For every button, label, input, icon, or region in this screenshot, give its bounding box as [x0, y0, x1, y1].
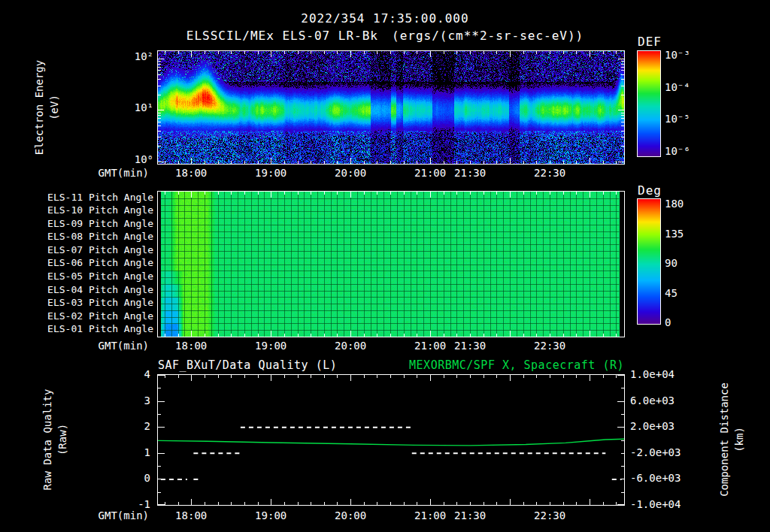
instrument-title: ELSSCIL/MEx ELS-07 LR-Bk [186, 29, 378, 43]
deg-colorbar-title: Deg [638, 183, 662, 198]
colorbar-tick-label: 10⁻⁵ [665, 113, 690, 125]
x-tick-label: 21:00 [414, 509, 446, 521]
x-tick-label: 19:00 [255, 340, 286, 352]
colorbar-tick-label: 180 [665, 198, 684, 210]
colorbar-tick-label: 10⁻³ [665, 49, 690, 61]
quality-y-tick-label: -1 [105, 498, 150, 510]
pitch-row-label: ELS-04 Pitch Angle [26, 284, 153, 295]
colorbar-tick-label: 10⁻⁶ [665, 145, 690, 157]
x-tick-label: 18:00 [175, 509, 207, 521]
quality-y-tick-label: 1 [105, 446, 150, 458]
quality-series-title: SAF_BXuT/Data Quality (L) [158, 358, 337, 372]
pitch-angle-canvas [158, 192, 624, 337]
x-tick-label: 20:00 [335, 167, 366, 179]
spectrogram-display-page: 2022/354 17:35:00.000 ELSSCIL/MEx ELS-07… [0, 0, 770, 532]
energy-spectrogram-frame [157, 50, 625, 165]
y-tick-label: 10¹ [108, 101, 153, 113]
quality-y-axis-label: Raw Data Quality (Raw) [40, 389, 71, 491]
pitch-row-label: ELS-01 Pitch Angle [26, 323, 153, 334]
distance-y-tick-label: 2.0e+03 [630, 420, 675, 432]
gmt-axis-label-top: GMT(min) [75, 167, 149, 179]
x-tick-label: 21:30 [454, 509, 486, 521]
quality-distance-canvas [158, 375, 624, 505]
gmt-axis-label-middle: GMT(min) [75, 340, 149, 352]
colorbar-tick-label: 135 [665, 228, 684, 240]
distance-y-tick-label: -6.0e+03 [630, 472, 681, 484]
x-tick-label: 21:30 [454, 167, 486, 179]
distance-y-tick-label: -1.0e+04 [630, 498, 681, 510]
gmt-axis-label-bottom: GMT(min) [75, 509, 149, 521]
x-tick-label: 20:00 [335, 340, 366, 352]
pitch-row-label: ELS-11 Pitch Angle [26, 192, 153, 203]
x-tick-label: 21:00 [414, 340, 446, 352]
quality-distance-frame [157, 374, 625, 506]
colorbar-tick-label: 90 [665, 257, 678, 269]
pitch-row-label: ELS-05 Pitch Angle [26, 271, 153, 282]
quality-y-tick-label: 0 [105, 472, 150, 484]
def-colorbar-title: DEF [638, 35, 662, 49]
pitch-row-label: ELS-09 Pitch Angle [26, 218, 153, 229]
distance-series-title: MEXORBMC/SPF X, Spacecraft (R) [409, 358, 624, 372]
x-tick-label: 21:30 [454, 340, 486, 352]
colorbar-tick-label: 0 [665, 316, 671, 328]
colorbar-tick-label: 45 [665, 287, 678, 299]
pitch-row-label: ELS-06 Pitch Angle [26, 257, 153, 268]
x-tick-label: 22:30 [534, 167, 565, 179]
distance-y-axis-label: Component Distance (km) [717, 382, 747, 497]
pitch-row-label: ELS-07 Pitch Angle [26, 244, 153, 255]
deg-colorbar-frame [637, 198, 661, 325]
x-tick-label: 22:30 [534, 340, 565, 352]
timestamp-title: 2022/354 17:35:00.000 [0, 11, 770, 26]
def-colorbar-canvas [638, 51, 660, 156]
pitch-angle-frame [157, 191, 625, 337]
energy-spectrogram-canvas [158, 51, 624, 164]
x-tick-label: 22:30 [534, 509, 565, 521]
x-tick-label: 21:00 [414, 167, 446, 179]
y-tick-label: 10² [108, 50, 153, 62]
distance-y-tick-label: -2.0e+03 [630, 446, 681, 458]
quality-y-tick-label: 2 [105, 420, 150, 432]
x-tick-label: 19:00 [255, 167, 286, 179]
pitch-row-label: ELS-03 Pitch Angle [26, 297, 153, 308]
x-tick-label: 20:00 [335, 509, 366, 521]
x-tick-label: 18:00 [175, 340, 207, 352]
pitch-row-label: ELS-08 Pitch Angle [26, 231, 153, 242]
x-tick-label: 18:00 [175, 167, 207, 179]
colorbar-tick-label: 10⁻⁴ [665, 81, 690, 93]
distance-y-tick-label: 6.0e+03 [630, 394, 675, 407]
units-label: (ergs/(cm**2-sr-sec-eV)) [392, 29, 584, 43]
def-colorbar-frame [637, 50, 661, 157]
y-tick-label: 10⁰ [108, 153, 153, 165]
pitch-row-label: ELS-02 Pitch Angle [26, 310, 153, 322]
quality-y-tick-label: 3 [105, 394, 150, 407]
x-tick-label: 19:00 [255, 509, 286, 521]
distance-y-tick-label: 1.0e+04 [630, 368, 675, 380]
deg-colorbar-canvas [638, 199, 660, 324]
quality-y-tick-label: 4 [105, 368, 150, 380]
energy-y-axis-label: Electron Energy (eV) [32, 60, 62, 155]
pitch-row-label: ELS-10 Pitch Angle [26, 204, 153, 216]
